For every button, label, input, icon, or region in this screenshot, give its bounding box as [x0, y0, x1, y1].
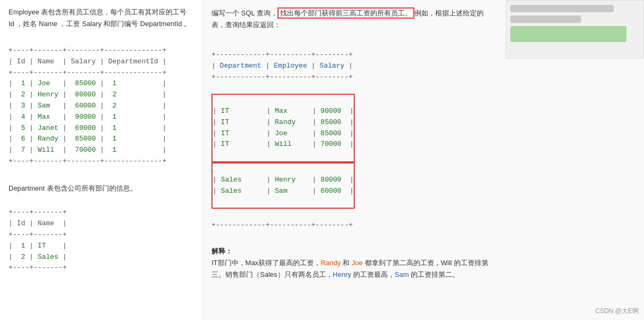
csdn-watermark: CSDN @大E啊: [595, 307, 639, 316]
question-highlight: 找出每个部门获得前三高工资的所有员工。: [278, 7, 414, 19]
dept-desc: Department 表包含公司所有部门的信息。: [9, 184, 194, 193]
explanation-title: 解释：: [211, 247, 232, 255]
left-panel: Employee 表包含所有员工信息，每个员工有其对应的工号 Id ，姓名 Na…: [0, 0, 202, 320]
question-prefix: 编写一个 SQL 查询，: [211, 9, 278, 17]
right-panel: 编写一个 SQL 查询，找出每个部门获得前三高工资的所有员工。例如，根据上述给定…: [202, 0, 644, 320]
blur-bar-2: [510, 15, 581, 23]
explanation: 解释： IT部门中，Max获得了最高的工资，Randy 和 Joe 都拿到了第二…: [211, 245, 492, 281]
blur-bar-1: [510, 5, 614, 12]
result-table-footer: +------------+----------+--------+: [211, 209, 492, 242]
dept-table: +----+-------+ | Id | Name | +----+-----…: [9, 196, 194, 285]
dept-desc-text: Department 表包含公司所有部门的信息。: [9, 184, 137, 192]
blur-bar-green: [510, 26, 626, 42]
blurred-area: [506, 0, 644, 59]
it-rows-box: | IT | Max | 90000 | | IT | Randy | 8500…: [211, 94, 355, 162]
explanation-text: IT部门中，Max获得了最高的工资，Randy 和 Joe 都拿到了第二高的工资…: [211, 259, 488, 278]
question-box: 编写一个 SQL 查询，找出每个部门获得前三高工资的所有员工。例如，根据上述给定…: [211, 5, 492, 33]
employee-desc-text: Employee 表包含所有员工信息，每个员工有其对应的工号 Id ，姓名 Na…: [9, 8, 191, 28]
result-table-header: +------------+----------+--------+ | Dep…: [211, 38, 492, 94]
result-area: +------------+----------+--------+ | Dep…: [211, 38, 492, 242]
sales-rows-box: | Sales | Henry | 80000 | | Sales | Sam …: [211, 162, 355, 209]
employee-table: +----+-------+--------+--------------+ |…: [9, 34, 194, 178]
employee-desc: Employee 表包含所有员工信息，每个员工有其对应的工号 Id ，姓名 Na…: [9, 6, 194, 30]
